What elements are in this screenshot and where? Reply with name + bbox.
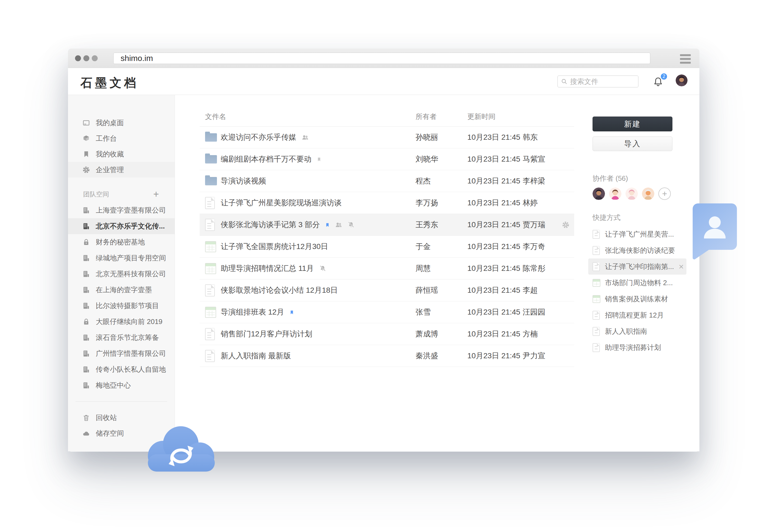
table-header: 文件名 所有者 更新时间 — [200, 95, 574, 126]
file-owner: 薛恒瑶 — [416, 285, 467, 295]
table-row[interactable]: 侠影取景地讨论会议小结 12月18日 薛恒瑶 10月23日 21:45 李超 — [200, 279, 574, 301]
sidebar-footer-item[interactable]: 回收站 — [68, 410, 175, 425]
doc-icon — [592, 262, 600, 271]
file-owner: 张雪 — [416, 307, 467, 317]
add-collaborator-button[interactable]: + — [658, 188, 671, 200]
shortcuts-list: 让子弹飞广州星美营... 张北海侠影的访谈纪要 让子弹飞冲印指南第... × 市… — [588, 226, 686, 355]
sidebar-footer-label: 回收站 — [96, 413, 117, 422]
search-input[interactable]: 搜索文件 — [558, 76, 639, 87]
doc-icon — [592, 246, 600, 255]
app-header: 石墨文档 搜索文件 2 — [68, 68, 699, 95]
window-close-button[interactable] — [75, 55, 81, 61]
window-minimize-button[interactable] — [83, 55, 89, 61]
collaborator-avatar[interactable] — [592, 188, 605, 200]
shortcut-item[interactable]: 让子弹飞广州星美营... — [588, 226, 686, 242]
sidebar-team-item[interactable]: 梅地亞中心 — [68, 377, 175, 393]
app-logo: 石墨文档 — [80, 75, 139, 91]
doc-icon — [592, 311, 600, 320]
table-row[interactable]: 编剧组剧本存档千万不要动 刘晓华 10月23日 21:45 马紫宣 — [200, 148, 574, 170]
table-row[interactable]: 新人入职指南 最新版 秦洪盛 10月23日 21:45 尹力宣 — [200, 345, 574, 367]
shortcut-item[interactable]: 新人入职指南 — [588, 323, 686, 340]
team-item-label: 在上海的壹字壹墨 — [96, 285, 152, 295]
shortcut-item[interactable]: 张北海侠影的访谈纪要 — [588, 242, 686, 259]
sidebar-team-item[interactable]: 财务的秘密基地 — [68, 234, 175, 250]
window-controls[interactable] — [75, 55, 98, 61]
page: shimo.im 石墨文档 搜索文件 2 — [0, 0, 762, 532]
sidebar-team-item[interactable]: 比尔波特摄影节项目 — [68, 298, 175, 314]
bell-muted-icon — [347, 221, 354, 228]
file-owner: 王秀东 — [416, 220, 467, 230]
sidebar-item-desktop[interactable]: 我的桌面 — [68, 115, 175, 130]
notifications-button[interactable]: 2 — [653, 75, 664, 87]
user-avatar[interactable] — [676, 74, 688, 86]
file-name: 侠影张北海访谈手记第 3 部分 — [221, 220, 320, 230]
add-team-icon[interactable]: + — [153, 190, 159, 199]
file-owner: 于金 — [416, 242, 467, 252]
sidebar-team-item[interactable]: 上海壹字壹墨有限公司 — [68, 202, 175, 218]
address-bar[interactable]: shimo.im — [113, 53, 650, 64]
feedback-bubble-button[interactable] — [692, 202, 738, 260]
collaborator-avatar[interactable] — [609, 188, 621, 200]
file-owner: 周慧 — [416, 263, 467, 273]
table-row[interactable]: 助理导演招聘情况汇总 11月 周慧 10月23日 21:45 陈常彤 — [200, 258, 574, 279]
lock-icon — [83, 318, 90, 325]
new-button[interactable]: 新建 — [592, 116, 672, 131]
window-zoom-button[interactable] — [92, 55, 98, 61]
table-row[interactable]: 侠影张北海访谈手记第 3 部分 王秀东 10月23日 21:45 贾万瑞 — [200, 214, 574, 236]
sidebar-team-item[interactable]: 广州惜字惜墨有限公司 — [68, 345, 175, 361]
table-row[interactable]: 让子弹飞全国票房统计12月30日 于金 10月23日 21:45 李万奇 — [200, 236, 574, 258]
file-updater: 汪园园 — [523, 307, 558, 317]
table-row[interactable]: 导演组排班表 12月 张雪 10月23日 21:45 汪园园 — [200, 301, 574, 323]
file-name: 助理导演招聘情况汇总 11月 — [221, 263, 314, 273]
sidebar-team-item[interactable]: 北京不亦乐乎文化传... — [68, 218, 175, 234]
collaborator-avatar[interactable] — [642, 188, 654, 200]
shortcut-item[interactable]: 让子弹飞冲印指南第... × — [588, 259, 686, 275]
lock-icon — [83, 239, 90, 246]
shortcut-item[interactable]: 销售案例及训练素材 — [588, 291, 686, 307]
file-updated: 10月23日 21:45 — [467, 242, 523, 252]
shortcut-label: 新人入职指南 — [605, 327, 647, 336]
shortcut-item[interactable]: 招聘流程更新 12月 — [588, 307, 686, 323]
workbench-icon — [83, 135, 90, 142]
doc-icon — [205, 219, 215, 231]
column-filename: 文件名 — [200, 112, 416, 121]
bell-muted-icon — [319, 265, 326, 272]
file-name: 导演组排班表 12月 — [221, 307, 284, 317]
browser-menu-icon[interactable] — [680, 54, 691, 66]
file-updater: 李梓梁 — [523, 176, 558, 186]
building-icon — [83, 334, 90, 341]
sidebar-item-gear[interactable]: 企业管理 — [68, 162, 175, 178]
table-row[interactable]: 欢迎访问不亦乐乎传媒 孙晓丽 10月23日 21:45 韩东 — [200, 126, 574, 148]
table-row[interactable]: 销售部门12月客户拜访计划 萧成博 10月23日 21:45 方楠 — [200, 323, 574, 345]
file-updated: 10月23日 21:45 — [467, 154, 523, 164]
sidebar-team-item[interactable]: 传奇小队长私人自留地 — [68, 361, 175, 377]
file-updater: 方楠 — [523, 329, 558, 339]
file-list-area: 文件名 所有者 更新时间 欢迎访问不亦乐乎传媒 孙晓丽 10月23日 21:45… — [175, 95, 592, 451]
close-icon[interactable]: × — [679, 262, 684, 271]
sidebar-team-item[interactable]: 在上海的壹字壹墨 — [68, 282, 175, 298]
sidebar-item-workbench[interactable]: 工作台 — [68, 130, 175, 146]
bookmark-gray-icon — [317, 156, 321, 162]
shortcut-item[interactable]: 市场部门周边物料 2... — [588, 275, 686, 291]
import-button[interactable]: 导入 — [592, 136, 672, 151]
file-updated: 10月23日 21:45 — [467, 132, 523, 142]
file-name: 让子弹飞广州星美影院现场巡演访谈 — [221, 198, 342, 208]
people-icon — [335, 221, 342, 228]
table-row[interactable]: 让子弹飞广州星美影院现场巡演访谈 李万扬 10月23日 21:45 林婷 — [200, 192, 574, 214]
row-settings-gear-icon[interactable] — [562, 221, 569, 229]
sidebar-team-item[interactable]: 滚石音乐节北京筹备 — [68, 330, 175, 345]
sidebar-team-item[interactable]: 大眼仔继续向前 2019 — [68, 314, 175, 330]
shortcut-item[interactable]: 助理导演招募计划 — [588, 340, 686, 355]
sidebar-team-item[interactable]: 绿城地产项目专用空间 — [68, 250, 175, 266]
shortcut-label: 张北海侠影的访谈纪要 — [605, 246, 675, 255]
doc-icon — [205, 284, 215, 296]
url-text: shimo.im — [114, 54, 153, 63]
sidebar-team-item[interactable]: 北京无墨科技有限公司 — [68, 266, 175, 282]
bookmark-icon — [83, 151, 90, 158]
table-row[interactable]: 导演访谈视频 程杰 10月23日 21:45 李梓梁 — [200, 170, 574, 192]
building-icon — [83, 255, 90, 262]
collaborator-avatar[interactable] — [626, 188, 638, 200]
sidebar-item-bookmark[interactable]: 我的收藏 — [68, 146, 175, 162]
file-updater: 林婷 — [523, 198, 558, 208]
file-table-body: 欢迎访问不亦乐乎传媒 孙晓丽 10月23日 21:45 韩东 编剧组剧本存档千万… — [200, 126, 574, 367]
